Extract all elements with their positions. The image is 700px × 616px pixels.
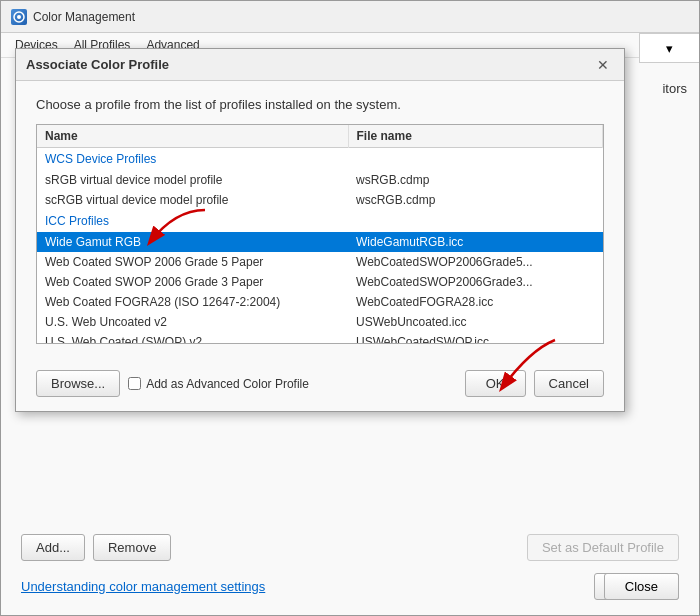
ok-button[interactable]: OK: [465, 370, 526, 397]
set-default-button[interactable]: Set as Default Profile: [527, 534, 679, 561]
table-row[interactable]: WCS Device Profiles: [37, 148, 603, 171]
profile-list-container[interactable]: Name File name WCS Device ProfilessRGB v…: [36, 124, 604, 344]
dialog-title: Associate Color Profile: [26, 57, 169, 72]
main-close-button[interactable]: Close: [604, 573, 679, 600]
table-row[interactable]: U.S. Web Coated (SWOP) v2USWebCoatedSWOP…: [37, 332, 603, 344]
dialog-instruction: Choose a profile from the list of profil…: [36, 97, 604, 112]
understanding-link[interactable]: Understanding color management settings: [21, 579, 265, 594]
table-row[interactable]: Wide Gamut RGBWideGamutRGB.icc: [37, 232, 603, 252]
profile-table: Name File name WCS Device ProfilessRGB v…: [37, 125, 603, 344]
dialog-body: Choose a profile from the list of profil…: [16, 81, 624, 360]
profile-table-body: WCS Device ProfilessRGB virtual device m…: [37, 148, 603, 345]
table-row[interactable]: scRGB virtual device model profilewscRGB…: [37, 190, 603, 210]
table-row[interactable]: sRGB virtual device model profilewsRGB.c…: [37, 170, 603, 190]
main-title: Color Management: [33, 10, 135, 24]
associate-color-profile-dialog: Associate Color Profile ✕ Choose a profi…: [15, 48, 625, 412]
app-icon: [11, 9, 27, 25]
dialog-bottom-buttons: Browse... Add as Advanced Color Profile …: [16, 360, 624, 411]
main-bottom-area: Add... Remove Set as Default Profile Und…: [1, 524, 699, 615]
advanced-checkbox-label[interactable]: Add as Advanced Color Profile: [128, 377, 309, 391]
monitors-text: itors: [662, 81, 687, 96]
dialog-titlebar: Associate Color Profile ✕: [16, 49, 624, 81]
table-row[interactable]: Web Coated SWOP 2006 Grade 3 PaperWebCoa…: [37, 272, 603, 292]
dialog-close-button[interactable]: ✕: [592, 54, 614, 76]
table-row[interactable]: ICC Profiles: [37, 210, 603, 232]
main-titlebar: Color Management: [1, 1, 699, 33]
right-dropdown[interactable]: ▾: [639, 33, 699, 63]
browse-button[interactable]: Browse...: [36, 370, 120, 397]
col-name: Name: [37, 125, 348, 148]
main-bottom-row2: Understanding color management settings …: [21, 573, 679, 600]
advanced-checkbox[interactable]: [128, 377, 141, 390]
cancel-button[interactable]: Cancel: [534, 370, 604, 397]
advanced-checkbox-text: Add as Advanced Color Profile: [146, 377, 309, 391]
table-row[interactable]: Web Coated SWOP 2006 Grade 5 PaperWebCoa…: [37, 252, 603, 272]
table-row[interactable]: Web Coated FOGRA28 (ISO 12647-2:2004)Web…: [37, 292, 603, 312]
svg-point-1: [17, 15, 21, 19]
chevron-down-icon: ▾: [666, 41, 673, 56]
col-filename: File name: [348, 125, 602, 148]
remove-button[interactable]: Remove: [93, 534, 171, 561]
table-row[interactable]: U.S. Web Uncoated v2USWebUncoated.icc: [37, 312, 603, 332]
table-header-row: Name File name: [37, 125, 603, 148]
main-action-buttons: Add... Remove Set as Default Profile: [21, 534, 679, 561]
add-button[interactable]: Add...: [21, 534, 85, 561]
